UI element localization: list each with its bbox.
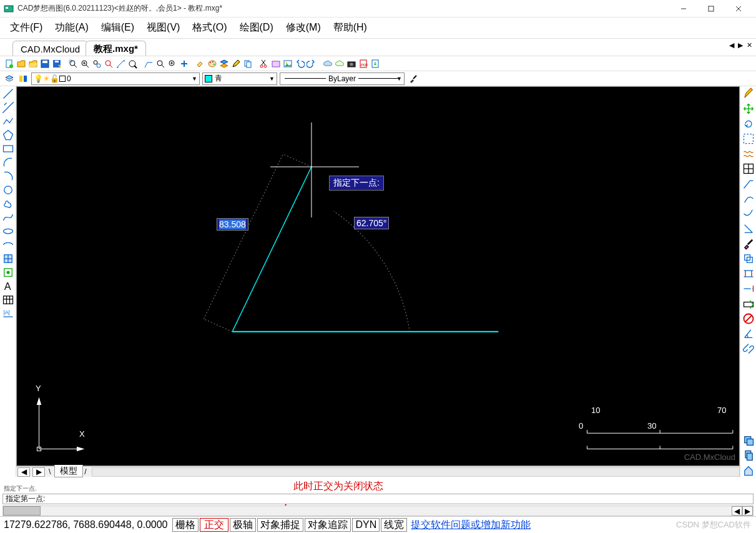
insert-icon[interactable] [270,58,282,69]
close-button[interactable] [725,0,752,17]
pages-icon[interactable] [742,449,755,462]
menu-draw[interactable]: 绘图(D) [233,19,280,37]
linetype-selector[interactable]: ByLayer ▼ [280,72,405,85]
dimension-icon[interactable]: |A| [2,307,14,320]
model-tab[interactable]: 模型 [54,465,83,477]
pan-icon[interactable] [127,58,138,69]
menu-file[interactable]: 文件(F) [4,19,49,37]
move-icon[interactable] [742,102,755,115]
tab-current[interactable]: 教程.mxg* [86,41,146,56]
revcloud-icon[interactable] [2,197,14,210]
palette-icon[interactable] [207,58,218,69]
saveas-icon[interactable] [51,58,62,69]
link-icon[interactable] [742,342,755,355]
paint-icon[interactable] [195,58,206,69]
zoom-dyn-icon[interactable] [167,58,178,69]
tool-measure-bend-icon[interactable] [143,58,154,69]
copy-stack-icon[interactable] [742,434,755,447]
ellipse-arc-icon[interactable] [2,239,14,251]
measure-icon[interactable] [115,58,126,69]
redo-icon[interactable] [306,58,317,69]
scroll-right-icon[interactable]: ▶ [32,467,45,477]
tab-prev-icon[interactable]: ◀ [728,41,735,49]
status-osnap[interactable]: 对象捕捉 [257,518,303,532]
extend-icon[interactable] [742,282,755,295]
xline-icon[interactable] [2,101,14,114]
align-icon[interactable] [742,222,755,235]
status-lweight[interactable]: 线宽 [381,518,407,532]
menu-view[interactable]: 视图(V) [140,19,186,37]
layer-state-icon[interactable] [17,73,29,84]
pen-icon[interactable] [742,87,755,100]
add-icon[interactable] [179,58,190,69]
wave-icon[interactable] [742,147,755,160]
camera-icon[interactable] [346,58,357,69]
brush-tool-icon[interactable] [742,237,755,250]
open-folder-icon[interactable] [27,58,39,69]
export-icon[interactable] [370,58,381,69]
zoom-in-icon[interactable] [79,58,91,69]
status-otrack[interactable]: 对象追踪 [305,518,351,532]
grid-icon[interactable] [742,162,755,175]
menu-format[interactable]: 格式(O) [186,19,233,37]
menu-edit[interactable]: 编辑(E) [95,19,140,37]
image-icon[interactable] [282,58,293,69]
status-polar[interactable]: 极轴 [230,518,256,532]
layer-selector[interactable]: 💡☀🔓 0 ▼ [31,72,200,85]
copy-icon[interactable] [242,58,253,69]
insert-block-icon[interactable] [2,252,14,265]
cloud-icon[interactable] [322,58,333,69]
polygon-icon[interactable] [2,129,14,141]
undo-icon[interactable] [294,58,305,69]
circle-icon[interactable] [2,184,14,196]
escape-icon[interactable] [742,297,755,310]
drawing-canvas[interactable]: 指定下一点: 83.508 62.705° Y X 10 70 0 30 CAD… [16,86,740,466]
pdf-icon[interactable]: PDF [358,58,369,69]
match-properties-icon[interactable] [407,72,420,85]
layer-stack-icon[interactable] [4,73,15,84]
scroll-left-icon[interactable]: ◀ [17,467,30,477]
rotate-icon[interactable] [742,117,755,130]
tab-next-icon[interactable]: ▶ [737,41,744,49]
zoom-window-icon[interactable] [67,58,79,69]
spline-icon[interactable] [2,211,14,224]
new-file-icon[interactable] [4,58,15,69]
offset-icon[interactable] [742,252,755,265]
maximize-button[interactable] [697,0,725,17]
home-icon[interactable] [742,464,755,477]
edit-icon[interactable] [230,58,242,69]
color-selector[interactable]: 青 ▼ [202,72,277,85]
menu-help[interactable]: 帮助(H) [327,19,373,37]
table-icon[interactable] [2,294,14,306]
save-icon[interactable] [39,58,51,69]
minimize-button[interactable] [670,0,697,17]
zoom-prev-icon[interactable] [155,58,166,69]
leader-icon[interactable] [742,177,755,190]
curve1-icon[interactable] [742,192,755,205]
menu-func[interactable]: 功能(A) [49,19,94,37]
layers-icon[interactable] [218,58,230,69]
cut-icon[interactable] [258,58,270,69]
command-line[interactable]: 指定第一点: [2,494,754,504]
zoom-all-icon[interactable] [91,58,102,69]
rectangle-icon[interactable] [2,142,14,155]
curve2-icon[interactable] [742,207,755,220]
feedback-link[interactable]: 提交软件问题或增加新功能 [411,519,531,532]
menu-modify[interactable]: 修改(M) [280,19,327,37]
no-entry-icon[interactable] [742,312,755,325]
zoom-ext-icon[interactable] [103,58,114,69]
make-block-icon[interactable] [2,266,14,279]
cloud-alt-icon[interactable] [334,58,345,69]
stretch-icon[interactable] [742,267,755,280]
hscroll-track[interactable] [92,467,740,477]
arc-icon[interactable] [2,156,14,169]
ellipse-icon[interactable] [2,225,14,237]
text-icon[interactable]: A [2,280,14,292]
status-grid[interactable]: 栅格 [172,518,199,532]
polyline-icon[interactable] [2,115,14,127]
length-input[interactable]: 83.508 [217,218,248,231]
status-dyn[interactable]: DYN [352,518,380,532]
arc2-icon[interactable] [2,170,14,182]
command-scrollbar[interactable]: ◀▶ [2,506,754,516]
angle-tool-icon[interactable] [742,327,755,340]
